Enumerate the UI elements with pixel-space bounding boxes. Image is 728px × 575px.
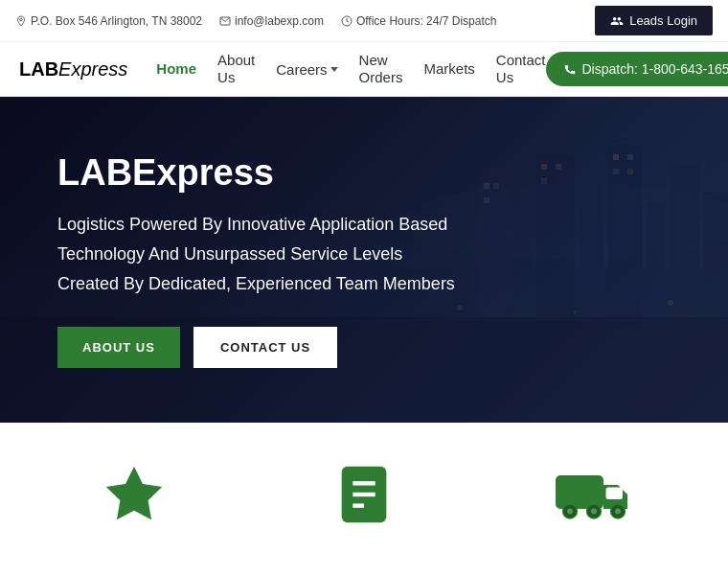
logo-express: Express [58,58,127,80]
svg-point-36 [591,509,597,515]
hero-buttons: ABOUT US CONTACT US [57,327,455,368]
users-icon [610,14,624,28]
clock-icon [341,15,353,27]
phone-icon [563,62,577,76]
email-item: info@labexp.com [219,14,324,28]
svg-point-34 [567,509,573,515]
logo: LABExpress [19,58,127,80]
nav-link-home[interactable]: Home [156,60,196,77]
hours-text: Office Hours: 24/7 Dispatch [356,14,497,28]
svg-point-38 [615,509,621,515]
hero-subtitle-line1: Logistics Powered By Innovative Applicat… [57,210,455,240]
top-bar-info: P.O. Box 546 Arlington, TN 38002 info@la… [15,14,595,28]
nav-item-contact[interactable]: Contact Us [496,52,546,86]
contact-us-button[interactable]: CONTACT US [193,327,337,368]
email-text: info@labexp.com [235,14,324,28]
navbar: LABExpress Home About Us Careers New Ord… [0,42,728,97]
about-us-button[interactable]: ABOUT US [57,327,180,368]
nav-link-markets[interactable]: Markets [423,60,474,77]
hero-section: LABExpress Logistics Powered By Innovati… [0,97,728,423]
svg-rect-31 [556,475,603,509]
star-icon [101,461,168,528]
nav-link-contact[interactable]: Contact Us [496,52,546,85]
email-icon [219,15,231,27]
nav-item-markets[interactable]: Markets [423,60,474,78]
nav-link-new-orders[interactable]: New Orders [359,52,403,85]
hours-item: Office Hours: 24/7 Dispatch [341,14,497,28]
nav-item-about[interactable]: About Us [217,52,255,86]
nav-menu: Home About Us Careers New Orders Markets… [156,52,545,86]
nav-item-careers[interactable]: Careers [276,61,337,78]
nav-item-home[interactable]: Home [156,60,196,78]
dispatch-label: Dispatch: 1-800-643-1659 [582,61,729,77]
address-text: P.O. Box 546 Arlington, TN 38002 [31,14,202,28]
top-bar: P.O. Box 546 Arlington, TN 38002 info@la… [0,0,728,42]
logo-lab: LAB [19,58,58,80]
feature-item-orders [268,461,460,528]
nav-link-careers[interactable]: Careers [276,61,327,78]
feature-item-delivery [498,461,690,528]
features-section [0,423,728,557]
location-icon [15,15,27,27]
svg-point-0 [20,18,23,21]
feature-item-quality [38,461,230,528]
hero-subtitle: Logistics Powered By Innovative Applicat… [57,210,455,298]
hero-subtitle-line2: Technology And Unsurpassed Service Level… [57,240,455,269]
document-icon [330,461,398,528]
chevron-down-icon [330,67,338,72]
hero-title: LABExpress [57,151,455,196]
dispatch-button[interactable]: Dispatch: 1-800-643-1659 [546,52,729,86]
leads-login-button[interactable]: Leads Login [595,6,713,35]
svg-rect-32 [606,488,624,500]
address-item: P.O. Box 546 Arlington, TN 38002 [15,14,202,28]
leads-login-label: Leads Login [629,13,697,28]
hero-content: LABExpress Logistics Powered By Innovati… [57,151,455,368]
hero-subtitle-line3: Created By Dedicated, Experienced Team M… [57,269,455,299]
truck-icon [556,461,632,528]
nav-link-about[interactable]: About Us [217,52,255,85]
nav-item-new-orders[interactable]: New Orders [359,52,403,86]
